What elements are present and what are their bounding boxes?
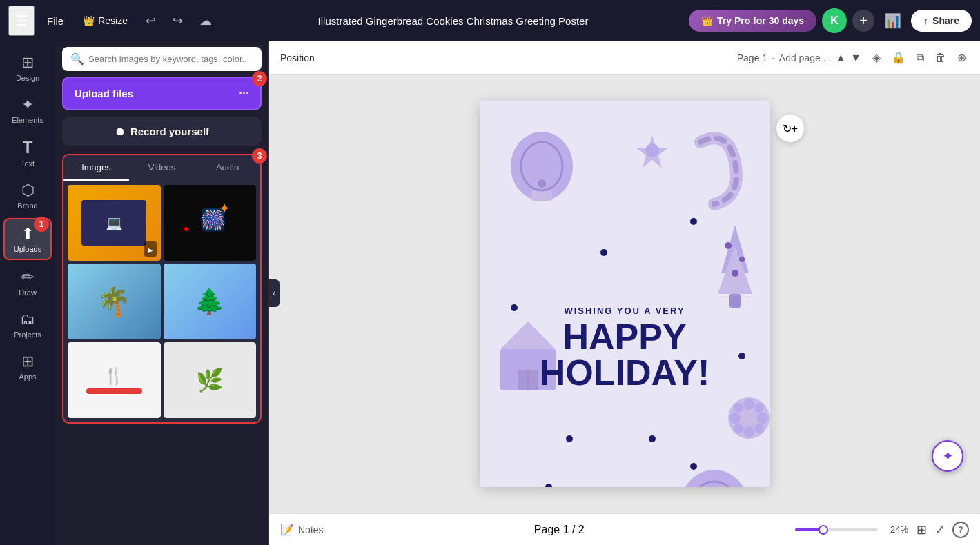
analytics-button[interactable]: 📊: [880, 8, 905, 33]
decorations-svg: [480, 101, 770, 487]
sidebar-item-draw[interactable]: ✏ Draw: [3, 263, 52, 302]
sidebar-item-label: Apps: [19, 373, 36, 381]
sidebar-item-label: Text: [21, 159, 35, 168]
svg-point-32: [690, 218, 697, 225]
grid-item[interactable]: 🍴: [68, 342, 161, 418]
svg-point-26: [734, 403, 743, 413]
grid-item[interactable]: 💻 ▶: [68, 185, 161, 261]
canvas-area: Position Page 1 - Add page ... ▲ ▼ ◈ 🔒 ⧉…: [269, 41, 980, 545]
add-element-button[interactable]: ⊕: [954, 48, 969, 67]
lock-button[interactable]: 🔒: [889, 48, 908, 67]
add-page-label[interactable]: Add page ...: [779, 52, 832, 63]
zoom-thumb[interactable]: [819, 525, 828, 535]
grid-item[interactable]: 🌲: [164, 264, 257, 339]
zoom-fill: [795, 528, 820, 531]
draw-icon: ✏: [21, 268, 34, 286]
upload-files-button[interactable]: Upload files ···: [62, 77, 262, 110]
holiday-text: HOLIDAY!: [535, 355, 714, 390]
tab-audio[interactable]: Audio: [195, 155, 260, 181]
svg-point-35: [649, 435, 656, 442]
hamburger-icon: ☰: [15, 13, 28, 28]
fullscreen-button[interactable]: ⤢: [935, 523, 944, 536]
uploads-icon: ⬆: [21, 225, 34, 243]
share-icon: ↑: [923, 15, 928, 26]
canvas-actions: ◈ 🔒 ⧉ 🗑 ⊕: [870, 48, 969, 67]
style-button[interactable]: ◈: [870, 48, 883, 67]
canvas-page[interactable]: WISHING YOU A VERY HAPPY HOLIDAY!: [480, 101, 770, 487]
sidebar-item-apps[interactable]: ⊞ Apps: [3, 347, 52, 386]
svg-point-25: [757, 413, 768, 424]
undo-button[interactable]: ↩: [140, 9, 161, 32]
sidebar-item-elements[interactable]: ✦ Elements: [3, 90, 52, 130]
svg-point-22: [743, 399, 754, 410]
ai-button[interactable]: ✦: [932, 440, 963, 472]
zoom-slider[interactable]: [795, 528, 878, 531]
svg-point-10: [739, 257, 745, 262]
grid-item[interactable]: 🌿: [164, 342, 257, 418]
svg-point-3: [538, 179, 546, 188]
search-input[interactable]: [88, 54, 253, 64]
resize-button[interactable]: 👑 Resize: [76, 11, 135, 30]
redo-button[interactable]: ↪: [167, 9, 188, 32]
file-menu-button[interactable]: File: [40, 11, 70, 31]
projects-icon: 🗂: [20, 310, 35, 328]
menu-icon-button[interactable]: ☰: [8, 6, 35, 36]
media-tabs: Images Videos Audio 💻 ▶: [62, 154, 262, 424]
notes-button[interactable]: 📝 Notes: [280, 523, 324, 536]
svg-point-31: [600, 249, 607, 256]
delete-button[interactable]: 🗑: [932, 48, 949, 67]
cloud-save-button[interactable]: ☁: [194, 9, 217, 32]
sidebar-item-uploads[interactable]: 1 ⬆ Uploads: [3, 218, 52, 260]
try-pro-button[interactable]: 👑 Try Pro for 30 days: [689, 10, 816, 32]
page-label: Page 1: [737, 52, 767, 63]
svg-point-24: [729, 413, 741, 424]
svg-point-9: [725, 242, 732, 249]
grid-view-button[interactable]: ⊞: [917, 522, 927, 537]
svg-point-39: [545, 484, 552, 487]
upload-badge: 2: [252, 71, 267, 86]
notes-icon: 📝: [280, 523, 294, 536]
hide-panel-button[interactable]: ‹: [268, 279, 280, 307]
grid-item[interactable]: 🌴: [68, 264, 161, 339]
copy-button[interactable]: ⧉: [914, 48, 927, 67]
svg-point-23: [743, 426, 754, 437]
sidebar-item-label: Draw: [19, 288, 37, 297]
svg-point-34: [566, 435, 573, 442]
grid-item[interactable]: 🎆 ✦ ✦: [164, 185, 257, 261]
brand-icon: ⬡: [21, 181, 35, 199]
holiday-card-text: WISHING YOU A VERY HAPPY HOLIDAY!: [535, 306, 714, 390]
share-button[interactable]: ↑ Share: [911, 10, 972, 32]
svg-point-28: [734, 424, 743, 433]
help-button[interactable]: ?: [952, 522, 969, 538]
canvas-viewport[interactable]: ↻+: [269, 75, 980, 513]
tabs-header: Images Videos Audio: [63, 155, 260, 181]
tab-videos[interactable]: Videos: [129, 155, 195, 181]
pro-crown-icon: 👑: [701, 15, 713, 26]
sidebar-item-label: Projects: [14, 330, 41, 339]
tab-images[interactable]: Images: [63, 155, 129, 181]
page-down-button[interactable]: ▼: [850, 52, 861, 64]
user-avatar[interactable]: K: [822, 8, 847, 33]
document-title: Illustrated Gingerbread Cookies Christma…: [223, 15, 683, 27]
sidebar-item-brand[interactable]: ⬡ Brand: [3, 176, 52, 215]
sidebar-item-projects[interactable]: 🗂 Projects: [3, 305, 52, 344]
happy-text: HAPPY: [535, 319, 714, 355]
record-yourself-button[interactable]: ⏺ Record yourself: [62, 117, 262, 146]
record-icon: ⏺: [115, 126, 125, 137]
left-panel: 🔍 Upload files ··· 2 ⏺ Record yourself I…: [55, 41, 269, 545]
search-icon: 🔍: [70, 52, 84, 66]
page-up-button[interactable]: ▲: [835, 52, 846, 64]
tabs-badge: 3: [252, 148, 267, 164]
crown-icon: 👑: [83, 15, 95, 26]
svg-point-33: [511, 304, 518, 311]
page-indicator: Page 1 / 2: [534, 524, 585, 536]
sidebar-item-design[interactable]: ⊞ Design: [3, 48, 52, 88]
zoom-level: 24%: [883, 524, 908, 535]
zoom-control: 24%: [795, 524, 908, 535]
upload-more-icon: ···: [239, 86, 249, 101]
bottom-bar: 📝 Notes Page 1 / 2 24% ⊞ ⤢ ?: [269, 513, 980, 545]
refresh-button[interactable]: ↻+: [776, 115, 804, 142]
add-button[interactable]: +: [852, 10, 874, 32]
sidebar-item-text[interactable]: T Text: [3, 132, 52, 173]
uploads-badge: 1: [34, 217, 49, 232]
